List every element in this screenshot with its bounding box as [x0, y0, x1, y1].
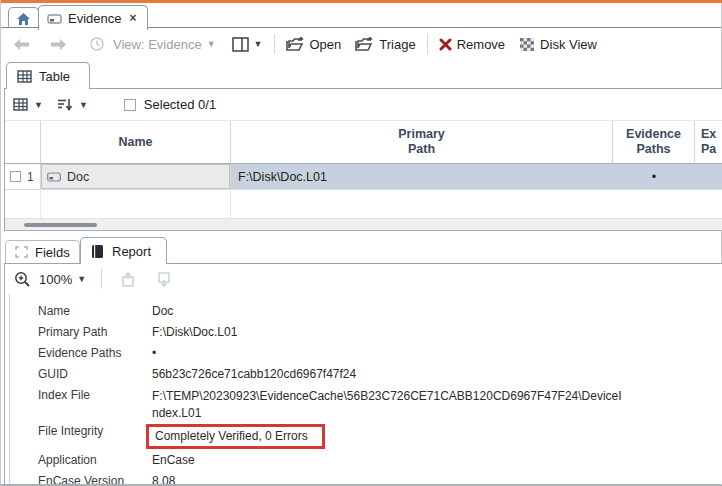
remove-x-icon	[439, 38, 452, 51]
pane-layout-icon	[232, 37, 249, 52]
report-row-file-integrity: File Integrity Completely Verified, 0 Er…	[38, 424, 722, 449]
remove-button-label: Remove	[457, 37, 505, 52]
disk-view-button-label: Disk View	[540, 37, 597, 52]
column-header-extra[interactable]: Ex Pa	[695, 121, 722, 163]
tab-report-label: Report	[112, 244, 151, 259]
arrow-right-icon	[50, 38, 67, 51]
cell-extra[interactable]	[695, 164, 722, 189]
horizontal-scrollbar[interactable]	[5, 218, 722, 230]
zoom-icon	[14, 271, 31, 288]
main-toolbar: View: Evidence ▼ ▼ Open Triage Remove	[1, 27, 721, 60]
report-panel: 100% ▼ Name Doc Primary Path F:\Disk\Doc…	[4, 263, 722, 484]
toolbar-separator	[101, 269, 102, 289]
cell-name-value: Doc	[67, 170, 89, 184]
remove-button[interactable]: Remove	[435, 37, 509, 52]
cell-evidence-paths[interactable]: •	[613, 164, 695, 189]
chevron-down-icon: ▼	[79, 100, 88, 110]
report-toolbar: 100% ▼	[5, 264, 722, 294]
table-header: Name Primary Path Evidence Paths Ex Pa	[5, 121, 722, 164]
column-separator	[40, 190, 41, 218]
column-header-name[interactable]: Name	[41, 121, 231, 163]
table-grid-icon	[13, 98, 28, 111]
tab-home[interactable]	[8, 7, 39, 29]
row-checkbox[interactable]	[10, 171, 21, 182]
column-separator	[230, 190, 231, 218]
evidence-item-icon	[47, 13, 62, 24]
tab-fields-label: Fields	[35, 245, 70, 260]
report-row-index-file: Index File F:\TEMP\20230923\EvidenceCach…	[38, 388, 722, 422]
home-icon	[16, 12, 31, 26]
table-row[interactable]: 1 Doc F:\Disk\Doc.L01 •	[5, 164, 722, 190]
column-header-evidence-paths[interactable]: Evidence Paths	[613, 121, 695, 163]
forward-button[interactable]	[46, 38, 71, 51]
table-empty-area	[5, 190, 722, 218]
toolbar-separator	[427, 34, 428, 54]
disk-view-button[interactable]: Disk View	[515, 37, 601, 52]
report-row: EnCase Version 8.08	[38, 474, 722, 484]
report-row: Primary Path F:\Disk\Doc.L01	[38, 325, 722, 339]
chevron-down-icon: ▼	[254, 39, 263, 49]
report-book-icon	[91, 244, 104, 259]
select-all-checkbox[interactable]	[124, 99, 136, 111]
chevron-down-icon: ▼	[77, 274, 86, 284]
zoom-level-dropdown[interactable]: 100% ▼	[39, 272, 86, 287]
selected-status: Selected 0/1	[144, 97, 216, 112]
triage-button[interactable]: Triage	[351, 37, 419, 52]
disk-grid-icon	[519, 37, 535, 52]
clock-icon	[89, 36, 105, 52]
export-document-button[interactable]	[157, 272, 171, 287]
open-folder-icon	[286, 37, 305, 52]
report-row: Application EnCase	[38, 453, 722, 467]
page-down-icon	[157, 272, 171, 287]
table-subtoolbar: ▼ ▼ Selected 0/1	[5, 89, 722, 121]
table-panel: ▼ ▼ Selected 0/1 Name Primary Path Evide…	[4, 88, 722, 231]
sort-icon	[57, 98, 73, 112]
tab-evidence-label: Evidence	[68, 11, 121, 26]
row-number: 1	[27, 170, 34, 184]
tab-bar: Evidence ×	[1, 3, 721, 28]
zoom-level-value: 100%	[39, 272, 72, 287]
layout-dropdown[interactable]: ▼	[228, 37, 267, 52]
close-icon[interactable]: ×	[129, 11, 136, 25]
export-page-button[interactable]	[121, 272, 135, 287]
view-dropdown[interactable]: View: Evidence ▼	[109, 37, 220, 52]
tab-table-label: Table	[39, 69, 70, 84]
tab-fields[interactable]: Fields	[5, 240, 80, 263]
arrow-left-icon	[13, 38, 30, 51]
scrollbar-thumb[interactable]	[24, 223, 97, 227]
file-integrity-highlight: Completely Verified, 0 Errors	[146, 424, 325, 449]
row-selector-cell: 1	[5, 164, 41, 189]
view-dropdown-label: View: Evidence	[113, 37, 202, 52]
tab-report[interactable]: Report	[80, 237, 167, 264]
toolbar-separator	[274, 34, 275, 54]
history-button[interactable]	[85, 36, 109, 52]
open-button[interactable]: Open	[282, 37, 346, 52]
table-grid-icon	[17, 70, 32, 83]
cell-primary-path[interactable]: F:\Disk\Doc.L01	[231, 164, 613, 189]
triage-button-label: Triage	[379, 37, 415, 52]
column-header-primary-path[interactable]: Primary Path	[231, 121, 613, 163]
app-window: Evidence × View: Evidence ▼ ▼ Open Tr	[0, 0, 722, 486]
report-row: Name Doc	[38, 304, 722, 318]
chevron-down-icon: ▼	[207, 39, 216, 49]
page-up-icon	[121, 272, 135, 287]
chevron-down-icon: ▼	[34, 100, 43, 110]
report-row: GUID 56b23c726ce71cabb120cd6967f47f24	[38, 367, 722, 381]
report-row: Evidence Paths •	[38, 346, 722, 360]
tab-table[interactable]: Table	[6, 62, 90, 89]
evidence-item-icon	[47, 172, 61, 182]
report-content: Name Doc Primary Path F:\Disk\Doc.L01 Ev…	[9, 294, 722, 484]
fields-icon	[15, 246, 28, 258]
column-layout-dropdown[interactable]: ▼	[13, 98, 43, 111]
sort-dropdown[interactable]: ▼	[57, 98, 88, 112]
tab-evidence[interactable]: Evidence ×	[38, 5, 148, 30]
back-button[interactable]	[9, 38, 34, 51]
cell-name[interactable]: Doc	[41, 164, 231, 189]
open-button-label: Open	[310, 37, 342, 52]
triage-folder-icon	[355, 37, 374, 52]
header-row-selector	[5, 121, 41, 163]
